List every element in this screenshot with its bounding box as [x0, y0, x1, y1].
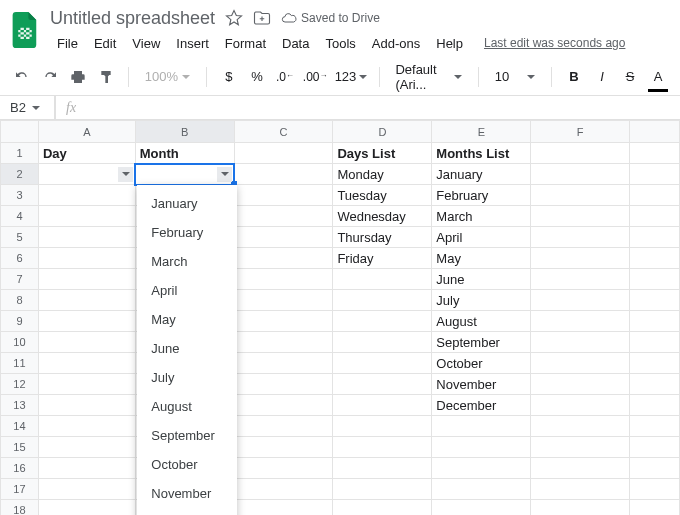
row-header-4[interactable]: 4 — [1, 206, 39, 227]
cell-E12[interactable]: November — [432, 374, 531, 395]
cell-B1[interactable]: Month — [135, 143, 234, 164]
menu-data[interactable]: Data — [275, 34, 316, 53]
cell-E16[interactable] — [432, 458, 531, 479]
cell-F8[interactable] — [531, 290, 630, 311]
cell-extra-6[interactable] — [630, 248, 680, 269]
cell-E1[interactable]: Months List — [432, 143, 531, 164]
col-header-D[interactable]: D — [333, 121, 432, 143]
cell-extra-3[interactable] — [630, 185, 680, 206]
cell-C17[interactable] — [234, 479, 333, 500]
row-header-14[interactable]: 14 — [1, 416, 39, 437]
cell-C12[interactable] — [234, 374, 333, 395]
cell-A11[interactable] — [38, 353, 135, 374]
row-header-15[interactable]: 15 — [1, 437, 39, 458]
dropdown-option[interactable]: February — [137, 218, 237, 247]
cell-C13[interactable] — [234, 395, 333, 416]
sheets-logo-icon[interactable] — [8, 8, 42, 52]
cell-E11[interactable]: October — [432, 353, 531, 374]
cell-F5[interactable] — [531, 227, 630, 248]
dropdown-option[interactable]: July — [137, 363, 237, 392]
last-edit-link[interactable]: Last edit was seconds ago — [484, 36, 625, 50]
data-validation-arrow-B2[interactable] — [217, 167, 232, 182]
cell-extra-7[interactable] — [630, 269, 680, 290]
cell-A5[interactable] — [38, 227, 135, 248]
cell-C4[interactable] — [234, 206, 333, 227]
dropdown-option[interactable]: April — [137, 276, 237, 305]
cell-extra-11[interactable] — [630, 353, 680, 374]
cell-C16[interactable] — [234, 458, 333, 479]
cell-E15[interactable] — [432, 437, 531, 458]
cell-E14[interactable] — [432, 416, 531, 437]
cell-F9[interactable] — [531, 311, 630, 332]
dropdown-option[interactable]: October — [137, 450, 237, 479]
cloud-saved-icon[interactable]: Saved to Drive — [281, 10, 380, 26]
cell-C10[interactable] — [234, 332, 333, 353]
cell-E13[interactable]: December — [432, 395, 531, 416]
menu-add-ons[interactable]: Add-ons — [365, 34, 427, 53]
cell-E18[interactable] — [432, 500, 531, 516]
cell-E2[interactable]: January — [432, 164, 531, 185]
cell-F1[interactable] — [531, 143, 630, 164]
cell-A13[interactable] — [38, 395, 135, 416]
cell-E7[interactable]: June — [432, 269, 531, 290]
italic-button[interactable]: I — [590, 64, 614, 90]
cell-D2[interactable]: Monday — [333, 164, 432, 185]
doc-title[interactable]: Untitled spreadsheet — [50, 8, 215, 29]
row-header-13[interactable]: 13 — [1, 395, 39, 416]
cell-C7[interactable] — [234, 269, 333, 290]
cell-E8[interactable]: July — [432, 290, 531, 311]
menu-format[interactable]: Format — [218, 34, 273, 53]
cell-A17[interactable] — [38, 479, 135, 500]
dropdown-option[interactable]: September — [137, 421, 237, 450]
data-validation-arrow-A2[interactable] — [118, 167, 133, 182]
cell-F15[interactable] — [531, 437, 630, 458]
cell-F17[interactable] — [531, 479, 630, 500]
menu-file[interactable]: File — [50, 34, 85, 53]
cell-D1[interactable]: Days List — [333, 143, 432, 164]
cell-C1[interactable] — [234, 143, 333, 164]
cell-extra-15[interactable] — [630, 437, 680, 458]
data-validation-dropdown[interactable]: JanuaryFebruaryMarchAprilMayJuneJulyAugu… — [137, 185, 237, 516]
cell-D4[interactable]: Wednesday — [333, 206, 432, 227]
col-header-A[interactable]: A — [38, 121, 135, 143]
cell-E4[interactable]: March — [432, 206, 531, 227]
menu-view[interactable]: View — [125, 34, 167, 53]
cell-F11[interactable] — [531, 353, 630, 374]
cell-extra-5[interactable] — [630, 227, 680, 248]
cell-extra-4[interactable] — [630, 206, 680, 227]
print-button[interactable] — [66, 64, 90, 90]
row-header-12[interactable]: 12 — [1, 374, 39, 395]
cell-F14[interactable] — [531, 416, 630, 437]
increase-decimal-button[interactable]: .00→ — [301, 64, 330, 90]
cell-A1[interactable]: Day — [38, 143, 135, 164]
cell-extra-2[interactable] — [630, 164, 680, 185]
zoom-select[interactable]: 100% — [139, 69, 196, 84]
bold-button[interactable]: B — [562, 64, 586, 90]
cell-C11[interactable] — [234, 353, 333, 374]
cell-C5[interactable] — [234, 227, 333, 248]
cell-C3[interactable] — [234, 185, 333, 206]
col-header-F[interactable]: F — [531, 121, 630, 143]
cell-extra-1[interactable] — [630, 143, 680, 164]
cell-A7[interactable] — [38, 269, 135, 290]
cell-A6[interactable] — [38, 248, 135, 269]
redo-button[interactable] — [38, 64, 62, 90]
cell-C8[interactable] — [234, 290, 333, 311]
cell-D10[interactable] — [333, 332, 432, 353]
star-icon[interactable] — [225, 9, 243, 27]
cell-extra-14[interactable] — [630, 416, 680, 437]
cell-F13[interactable] — [531, 395, 630, 416]
cell-E9[interactable]: August — [432, 311, 531, 332]
cell-extra-9[interactable] — [630, 311, 680, 332]
cell-D6[interactable]: Friday — [333, 248, 432, 269]
cell-F10[interactable] — [531, 332, 630, 353]
decrease-decimal-button[interactable]: .0← — [273, 64, 297, 90]
cell-C18[interactable] — [234, 500, 333, 516]
move-icon[interactable] — [253, 9, 271, 27]
row-header-1[interactable]: 1 — [1, 143, 39, 164]
cell-F12[interactable] — [531, 374, 630, 395]
cell-C6[interactable] — [234, 248, 333, 269]
cell-D16[interactable] — [333, 458, 432, 479]
cell-F6[interactable] — [531, 248, 630, 269]
cell-C14[interactable] — [234, 416, 333, 437]
